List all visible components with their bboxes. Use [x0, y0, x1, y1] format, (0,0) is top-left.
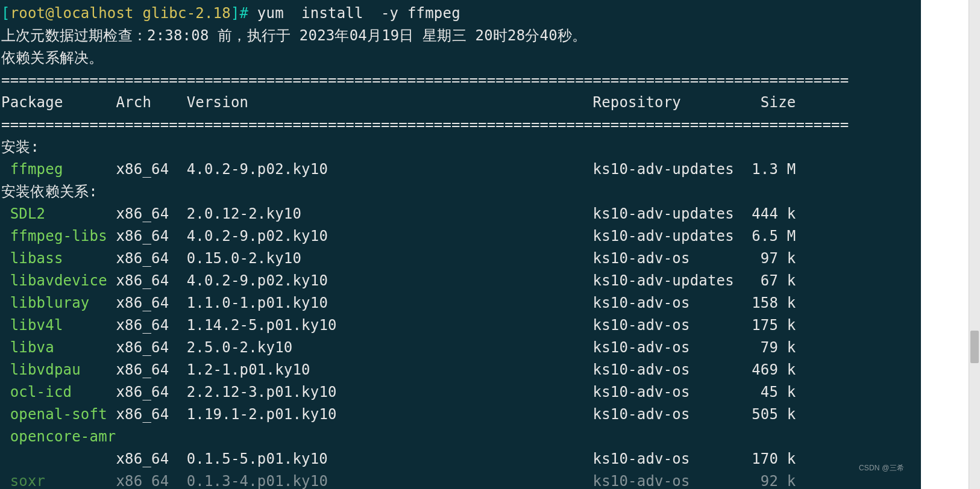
terminal-pane[interactable]: [root@localhost glibc-2.18]# yum install… — [0, 0, 921, 489]
table-row: libv4l x86_64 1.14.2-5.p01.ky10 ks10-adv… — [0, 314, 921, 337]
meta-line: 上次元数据过期检查：2:38:08 前，执行于 2023年04月19日 星期三 … — [0, 25, 921, 47]
watermark: CSDN @三希 — [859, 457, 904, 479]
table-row: ffmpeg-libs x86_64 4.0.2-9.p02.ky10 ks10… — [0, 225, 921, 248]
table-row: openal-soft x86_64 1.19.1-2.p01.ky10 ks1… — [0, 403, 921, 426]
table-row: libass x86_64 0.15.0-2.ky10 ks10-adv-os … — [0, 248, 921, 270]
table-row: ocl-icd x86_64 2.2.12-3.p01.ky10 ks10-ad… — [0, 381, 921, 403]
table-row: x86_64 0.1.5-5.p01.ky10 ks10-adv-os 170 … — [0, 448, 921, 470]
vertical-scrollbar-thumb[interactable] — [970, 331, 979, 363]
table-row: ffmpeg x86_64 4.0.2-9.p02.ky10 ks10-adv-… — [0, 158, 921, 181]
section-install: 安装: — [0, 136, 921, 158]
deps-resolved-line: 依赖关系解决。 — [0, 47, 921, 69]
divider-line: ========================================… — [0, 114, 921, 136]
gap-area — [921, 0, 969, 489]
table-row: SDL2 x86_64 2.0.12-2.ky10 ks10-adv-updat… — [0, 203, 921, 225]
section-install-deps: 安装依赖关系: — [0, 181, 921, 203]
divider-line: ========================================… — [0, 69, 921, 92]
prompt-line: [root@localhost glibc-2.18]# yum install… — [0, 2, 921, 25]
window-frame: [root@localhost glibc-2.18]# yum install… — [0, 0, 980, 489]
table-row: libbluray x86_64 1.1.0-1.p01.ky10 ks10-a… — [0, 292, 921, 314]
table-row: libva x86_64 2.5.0-2.ky10 ks10-adv-os 79… — [0, 337, 921, 359]
table-row: soxr x86_64 0.1.3-4.p01.ky10 ks10-adv-os… — [0, 470, 921, 489]
vertical-scrollbar-track[interactable] — [969, 0, 980, 489]
table-header: Package Arch Version Repository Size — [0, 92, 921, 114]
table-row: opencore-amr — [0, 426, 921, 448]
table-row: libavdevice x86_64 4.0.2-9.p02.ky10 ks10… — [0, 270, 921, 292]
table-row: libvdpau x86_64 1.2-1.p01.ky10 ks10-adv-… — [0, 359, 921, 381]
